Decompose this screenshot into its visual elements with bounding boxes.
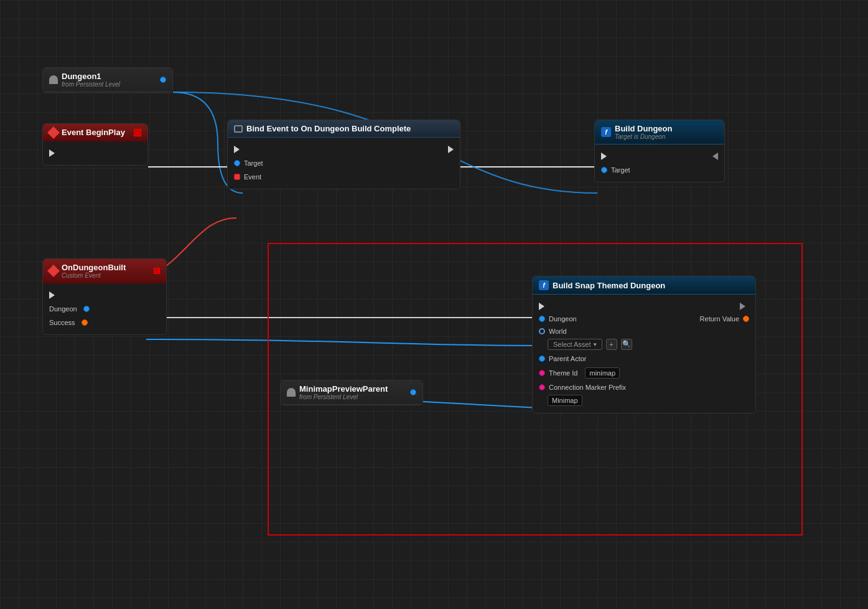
bind-event-pin[interactable] [234,174,240,180]
minimap-person-icon [287,388,296,397]
event-red-square [134,129,141,136]
bind-target-row: Target [228,156,460,170]
build-dungeon-node[interactable]: f Build Dungeon Target is Dungeon Target [594,120,725,182]
chevron-down-icon: ▾ [594,341,597,347]
build-snap-world-row: World [533,324,755,338]
bind-event-header: Bind Event to On Dungeon Build Complete [228,120,460,138]
select-asset-dropdown[interactable]: Select Asset ▾ [548,339,602,350]
on-dungeon-built-header: OnDungeonBuilt Custom Event [43,259,166,283]
bind-event-row: Event [228,170,460,184]
minimap-node[interactable]: MinimapPreviewParent from Persistent Lev… [280,380,423,405]
dungeon1-node[interactable]: Dungeon1 from Persistent Level [42,67,173,93]
build-snap-exec-out [740,303,749,310]
event-beginplay-title: Event BeginPlay [62,128,125,137]
build-snap-dungeon-pin[interactable] [539,316,545,322]
on-dungeon-dungeon-pin[interactable] [83,306,90,312]
on-dungeon-built-subtitle: Custom Event [62,272,126,279]
on-dungeon-exec-out [49,291,55,299]
build-dungeon-body: Target [595,144,724,182]
build-snap-select-asset-row: Select Asset ▾ + 🔍 [533,338,755,352]
dungeon1-header: Dungeon1 from Persistent Level [43,68,172,92]
build-snap-connection-pin[interactable] [539,384,545,390]
func-icon: f [601,127,611,137]
build-snap-connection-value-row: Minimap [533,394,755,408]
dungeon1-subtitle: from Persistent Level [62,81,120,88]
minimap-subtitle: from Persistent Level [299,394,388,400]
build-snap-world-label: World [549,328,567,335]
build-snap-theme-label: Theme Id [549,369,577,377]
build-snap-body: Dungeon Return Value World Select Asset … [533,295,755,413]
on-dungeon-built-body: Dungeon Success [43,283,166,334]
on-dungeon-dungeon-label: Dungeon [49,305,77,313]
build-snap-exec-row [533,300,755,313]
build-snap-parent-label: Parent Actor [549,355,587,362]
event-beginplay-header: Event BeginPlay [43,124,147,141]
build-snap-title: Build Snap Themed Dungeon [553,281,665,290]
event-beginplay-node[interactable]: Event BeginPlay [42,123,148,166]
minimap-output-pin[interactable] [410,389,416,395]
bind-exec-in [234,146,240,153]
bind-target-pin[interactable] [234,160,240,166]
minimap-title: MinimapPreviewParent [299,384,388,394]
event-exec-pin-row [43,146,147,160]
build-snap-return-label: Return Value [700,315,739,323]
bind-exec-out [448,146,454,153]
build-snap-world-pin[interactable] [539,328,545,334]
exec-out-arrow [49,149,55,157]
build-exec-out-outline [712,153,718,160]
on-dungeon-red-square [154,268,160,274]
blueprint-canvas[interactable]: Dungeon1 from Persistent Level Event Beg… [0,0,868,609]
build-dungeon-header: f Build Dungeon Target is Dungeon [595,120,724,144]
monitor-icon [234,125,243,133]
build-dungeon-subtitle: Target is Dungeon [615,133,672,140]
build-dungeon-exec-row [595,149,724,163]
build-snap-func-icon: f [539,280,549,290]
build-snap-return-pin[interactable] [743,316,749,322]
on-dungeon-dungeon-row: Dungeon [43,302,166,316]
build-snap-theme-pin[interactable] [539,370,545,376]
build-dungeon-title: Build Dungeon [615,124,672,133]
add-asset-button[interactable]: + [606,339,617,350]
build-snap-theme-input[interactable]: minimap [585,367,620,379]
bind-event-label: Event [244,173,261,181]
event-beginplay-body [43,141,147,165]
bind-event-body: Target Event [228,138,460,189]
person-icon [49,75,58,84]
build-snap-connection-input[interactable]: Minimap [548,395,582,406]
build-snap-exec-in [539,303,544,310]
on-dungeon-success-row: Success [43,316,166,329]
dungeon1-output-pin[interactable] [160,77,166,83]
on-dungeon-success-label: Success [49,319,75,326]
build-dungeon-target-row: Target [595,163,724,177]
build-snap-theme-row: Theme Id minimap [533,366,755,380]
build-exec-in [601,153,607,160]
bind-event-title: Bind Event to On Dungeon Build Complete [246,124,411,133]
build-snap-parent-pin[interactable] [539,356,545,362]
build-dungeon-target-pin[interactable] [601,167,607,173]
build-snap-dungeon-node[interactable]: f Build Snap Themed Dungeon Dungeon Retu… [532,276,756,413]
bind-event-exec-row [228,143,460,156]
event-diamond-icon [47,126,60,139]
build-snap-connection-row: Connection Marker Prefix [533,380,755,394]
bind-target-label: Target [244,159,263,167]
build-snap-dungeon-return-row: Dungeon Return Value [533,313,755,324]
build-snap-parent-row: Parent Actor [533,352,755,366]
dungeon1-title: Dungeon1 [62,72,120,81]
on-dungeon-built-diamond-icon [47,265,60,277]
on-dungeon-success-pin[interactable] [82,319,88,326]
on-dungeon-built-title: OnDungeonBuilt [62,263,126,272]
build-dungeon-target-label: Target [611,166,630,174]
search-asset-button[interactable]: 🔍 [621,339,632,350]
build-snap-connection-label: Connection Marker Prefix [549,384,626,391]
build-snap-header: f Build Snap Themed Dungeon [533,276,755,295]
minimap-header: MinimapPreviewParent from Persistent Lev… [281,380,422,405]
on-dungeon-exec-row [43,288,166,302]
build-snap-dungeon-label: Dungeon [549,315,577,323]
bind-event-node[interactable]: Bind Event to On Dungeon Build Complete … [227,120,460,189]
select-asset-text: Select Asset [553,341,591,348]
svg-line-3 [423,402,538,408]
on-dungeon-built-node[interactable]: OnDungeonBuilt Custom Event Dungeon Succ… [42,258,167,335]
